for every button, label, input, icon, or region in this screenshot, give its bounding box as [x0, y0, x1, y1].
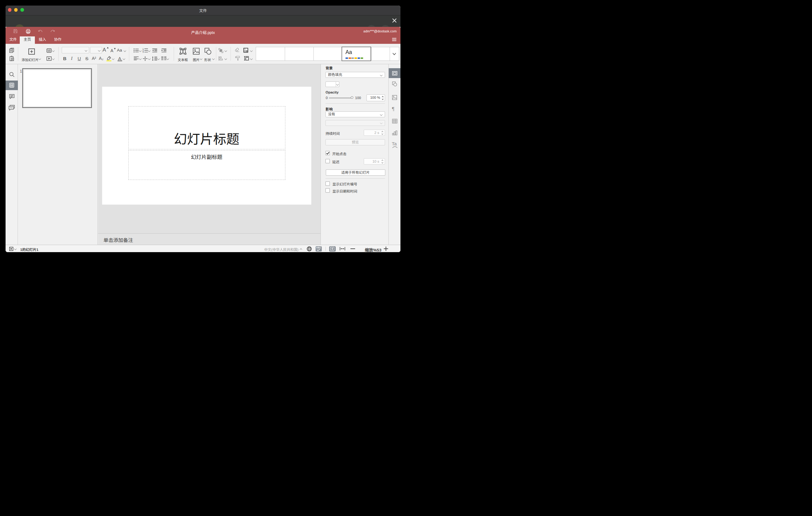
svg-text:3: 3 [143, 51, 144, 53]
